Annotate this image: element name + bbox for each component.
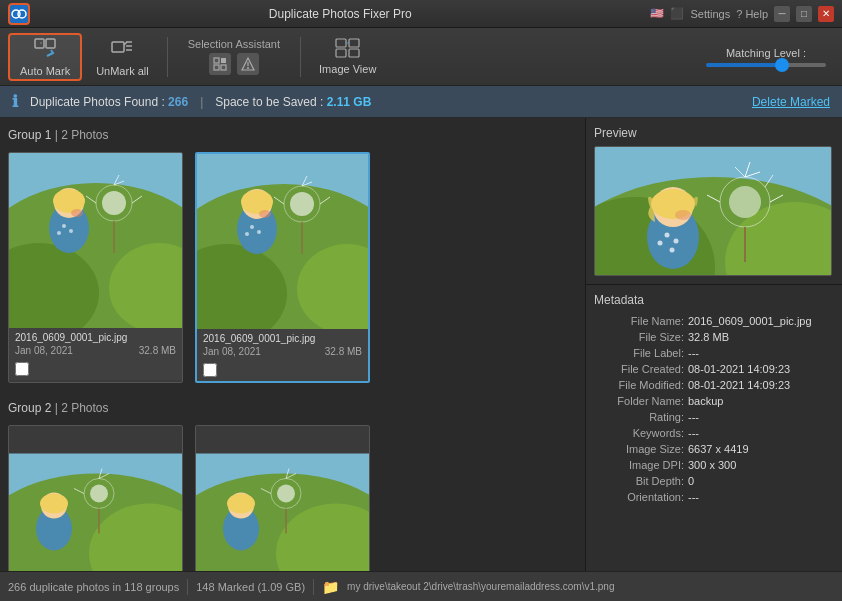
folder-icon: 📁 (322, 579, 339, 595)
help-link[interactable]: ? Help (736, 8, 768, 20)
photo-size-1-2: 32.8 MB (325, 346, 362, 357)
image-view-button[interactable]: Image View (309, 34, 386, 79)
svg-rect-3 (46, 39, 55, 48)
image-view-icon (335, 38, 361, 60)
status-divider-2 (313, 579, 314, 595)
svg-point-60 (90, 485, 108, 503)
svg-point-96 (675, 210, 691, 220)
image-view-label: Image View (319, 63, 376, 75)
title-bar-left (8, 3, 30, 25)
preview-title: Preview (594, 126, 834, 140)
svg-rect-9 (214, 58, 219, 63)
photo-list[interactable]: Group 1 | 2 Photos (0, 118, 586, 571)
photo-card-2-2[interactable]: 2016_0609_0002_pic.jpg Jan 08, 2021 28.5… (195, 425, 370, 571)
metadata-container[interactable]: File Name:2016_0609_0001_pic.jpgFile Siz… (594, 313, 834, 559)
svg-rect-12 (221, 65, 226, 70)
space-label: Space to be Saved : 2.11 GB (215, 95, 371, 109)
selection-icon-2[interactable] (237, 53, 259, 75)
metadata-row: Image DPI:300 x 300 (594, 457, 834, 473)
photo-thumbnail-2-2 (196, 426, 370, 571)
meta-key: Orientation: (594, 491, 684, 503)
status-path: my drive\takeout 2\drive\trash\youremail… (347, 581, 614, 592)
info-icon: ℹ (12, 92, 18, 111)
battery-icon: ⬛ (670, 7, 684, 20)
meta-value: 08-01-2021 14:09:23 (688, 363, 834, 375)
meta-value: backup (688, 395, 834, 407)
toolbar-sep-1 (167, 37, 168, 77)
photo-checkbox-1-1[interactable] (15, 362, 29, 376)
svg-point-34 (71, 209, 83, 217)
svg-point-43 (290, 192, 314, 216)
meta-value: 300 x 300 (688, 459, 834, 471)
right-panel: Preview (586, 118, 842, 571)
toolbar-sep-2 (300, 37, 301, 77)
svg-point-99 (658, 241, 663, 246)
photo-checkbox-1-2[interactable] (203, 363, 217, 377)
status-total: 266 duplicate photos in 118 groups (8, 581, 179, 593)
matching-level-slider[interactable] (706, 63, 826, 67)
meta-value: --- (688, 347, 834, 359)
svg-point-55 (245, 232, 249, 236)
metadata-row: Orientation:--- (594, 489, 834, 505)
preview-image (594, 146, 832, 276)
metadata-row: Bit Depth:0 (594, 473, 834, 489)
svg-point-54 (257, 230, 261, 234)
photo-card-1-2[interactable]: 2016_0609_0001_pic.jpg Jan 08, 2021 32.8… (195, 152, 370, 383)
toolbar: Auto Mark UnMark all Selection Assistant (0, 28, 842, 86)
metadata-row: File Label:--- (594, 345, 834, 361)
settings-link[interactable]: Settings (690, 8, 730, 20)
metadata-row: File Modified:08-01-2021 14:09:23 (594, 377, 834, 393)
svg-point-1 (18, 10, 26, 18)
group-1-label: Group 1 (8, 128, 51, 142)
meta-value: 2016_0609_0001_pic.jpg (688, 315, 834, 327)
svg-point-25 (102, 191, 126, 215)
meta-key: Image DPI: (594, 459, 684, 471)
svg-point-52 (259, 210, 271, 218)
svg-point-79 (227, 494, 255, 514)
photo-date-1-1: Jan 08, 2021 (15, 345, 73, 356)
selection-icon-1[interactable] (209, 53, 231, 75)
title-bar-controls: 🇺🇸 ⬛ Settings ? Help ─ □ ✕ (650, 6, 834, 22)
maximize-button[interactable]: □ (796, 6, 812, 22)
unmark-all-button[interactable]: UnMark all (86, 33, 159, 81)
preview-section: Preview (586, 118, 842, 285)
meta-value: --- (688, 491, 834, 503)
photo-info-1-2: 2016_0609_0001_pic.jpg Jan 08, 2021 32.8… (197, 329, 368, 381)
metadata-row: Image Size:6637 x 4419 (594, 441, 834, 457)
matching-level-group: Matching Level : (706, 47, 826, 67)
svg-point-37 (57, 231, 61, 235)
info-delete-marked-link[interactable]: Delete Marked (752, 95, 830, 109)
svg-point-35 (62, 224, 66, 228)
info-bar: ℹ Duplicate Photos Found : 266 | Space t… (0, 86, 842, 118)
title-bar: Duplicate Photos Fixer Pro 🇺🇸 ⬛ Settings… (0, 0, 842, 28)
svg-point-67 (40, 494, 68, 514)
meta-key: Bit Depth: (594, 475, 684, 487)
photo-meta-1-1: Jan 08, 2021 32.8 MB (15, 345, 176, 356)
meta-value: --- (688, 427, 834, 439)
svg-point-100 (670, 248, 675, 253)
flag-icon: 🇺🇸 (650, 7, 664, 20)
meta-value: 6637 x 4419 (688, 443, 834, 455)
photo-card-2-1[interactable]: 2016_0609_0002_pic.jpg Jan 08, 2021 28.5… (8, 425, 183, 571)
metadata-row: File Name:2016_0609_0001_pic.jpg (594, 313, 834, 329)
minimize-button[interactable]: ─ (774, 6, 790, 22)
svg-point-85 (729, 186, 761, 218)
photo-size-1-1: 32.8 MB (139, 345, 176, 356)
meta-key: Keywords: (594, 427, 684, 439)
group-1-header: Group 1 | 2 Photos (8, 126, 577, 144)
auto-mark-button[interactable]: Auto Mark (8, 33, 82, 81)
photo-name-1-2: 2016_0609_0001_pic.jpg (203, 333, 362, 344)
group-2-header: Group 2 | 2 Photos (8, 399, 577, 417)
space-value: 2.11 GB (327, 95, 372, 109)
meta-value: 0 (688, 475, 834, 487)
meta-key: File Label: (594, 347, 684, 359)
close-button[interactable]: ✕ (818, 6, 834, 22)
app-title: Duplicate Photos Fixer Pro (30, 7, 650, 21)
photo-card-1-1[interactable]: 2016_0609_0001_pic.jpg Jan 08, 2021 32.8… (8, 152, 183, 383)
svg-point-36 (69, 229, 73, 233)
unmark-all-label: UnMark all (96, 65, 149, 77)
photo-date-1-2: Jan 08, 2021 (203, 346, 261, 357)
selection-assistant-label: Selection Assistant (188, 38, 280, 50)
group-1-count: 2 Photos (61, 128, 108, 142)
svg-rect-18 (336, 49, 346, 57)
